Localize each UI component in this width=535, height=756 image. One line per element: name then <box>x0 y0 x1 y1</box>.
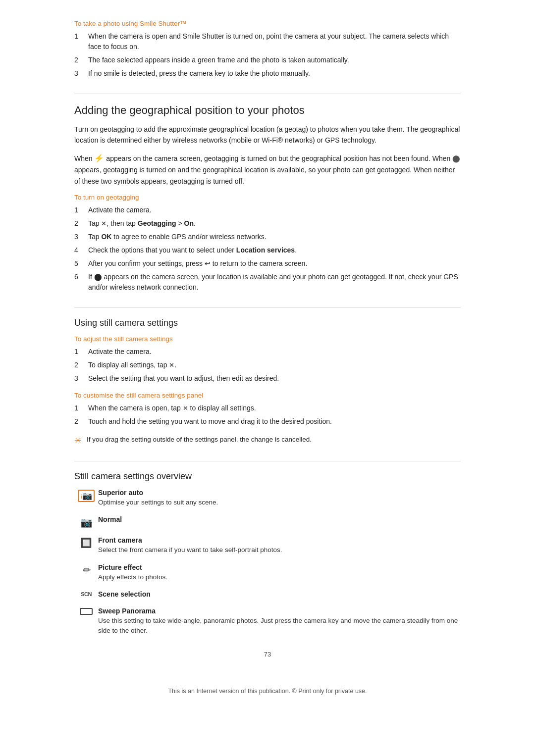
setting-title: Scene selection <box>98 590 461 598</box>
list-item: 3 Tap OK to agree to enable GPS and/or w… <box>74 232 461 242</box>
list-item: 1 When the camera is open and Smile Shut… <box>74 31 461 52</box>
setting-title: Front camera <box>98 536 461 544</box>
customise-steps-list: 1 When the camera is open, tap ✕ to disp… <box>74 403 461 427</box>
settings-text-scene-selection: Scene selection <box>98 590 461 599</box>
camera-icon: 📷 <box>74 515 98 528</box>
page-content: To take a photo using Smile Shutter™ 1 W… <box>74 20 461 695</box>
list-item: 6 If ⬤ appears on the camera screen, you… <box>74 272 461 293</box>
adjust-heading: To adjust the still camera settings <box>74 335 461 343</box>
still-main-heading: Using still camera settings <box>74 307 461 328</box>
settings-row-sweep-panorama: Sweep Panorama Use this setting to take … <box>74 607 461 636</box>
settings-text-front-camera: Front camera Select the front camera if … <box>98 536 461 555</box>
settings-text-normal: Normal <box>98 515 461 524</box>
overview-section: Still camera settings overview i📷 Superi… <box>74 461 461 636</box>
list-item: 2 Touch and hold the setting you want to… <box>74 416 461 427</box>
front-camera-icon: 🔲 <box>74 536 98 549</box>
geo-body2: When ⚡ appears on the camera screen, geo… <box>74 152 461 187</box>
list-item: 1 Activate the camera. <box>74 205 461 215</box>
page-footer: This is an Internet version of this publ… <box>74 688 461 695</box>
settings-text-sweep-panorama: Sweep Panorama Use this setting to take … <box>98 607 461 636</box>
smile-shutter-section: To take a photo using Smile Shutter™ 1 W… <box>74 20 461 79</box>
tip-box: ✳ If you drag the setting outside of the… <box>74 435 461 446</box>
setting-desc: Use this setting to take wide-angle, pan… <box>98 616 461 636</box>
settings-row-front-camera: 🔲 Front camera Select the front camera i… <box>74 536 461 555</box>
smile-steps-list: 1 When the camera is open and Smile Shut… <box>74 31 461 79</box>
geo-section: Adding the geographical position to your… <box>74 94 461 293</box>
geo-main-heading: Adding the geographical position to your… <box>74 94 461 117</box>
geo-body1: Turn on geotagging to add the approximat… <box>74 124 461 146</box>
panorama-icon <box>74 607 98 615</box>
list-item: 2 The face selected appears inside a gre… <box>74 55 461 65</box>
list-item: 5 After you confirm your settings, press… <box>74 258 461 269</box>
list-item: 3 If no smile is detected, press the cam… <box>74 68 461 79</box>
settings-text-superior-auto: Superior auto Optimise your settings to … <box>98 489 461 507</box>
customise-heading: To customise the still camera settings p… <box>74 392 461 399</box>
settings-row-normal: 📷 Normal <box>74 515 461 528</box>
page-number: 73 <box>74 651 461 658</box>
setting-desc: Apply effects to photos. <box>98 572 461 582</box>
list-item: 4 Check the options that you want to sel… <box>74 245 461 255</box>
tip-text: If you drag the setting outside of the s… <box>87 435 312 445</box>
still-camera-section: Using still camera settings To adjust th… <box>74 307 461 446</box>
setting-title: Picture effect <box>98 563 461 571</box>
setting-title: Superior auto <box>98 489 461 497</box>
settings-row-scene-selection: SCN Scene selection <box>74 590 461 599</box>
tip-icon: ✳ <box>74 435 82 446</box>
superior-auto-icon: i📷 <box>74 489 98 502</box>
settings-text-picture-effect: Picture effect Apply effects to photos. <box>98 563 461 582</box>
settings-list: i📷 Superior auto Optimise your settings … <box>74 489 461 636</box>
settings-row-superior-auto: i📷 Superior auto Optimise your settings … <box>74 489 461 507</box>
list-item: 2 To display all settings, tap ✕. <box>74 360 461 370</box>
geo-steps-list: 1 Activate the camera. 2 Tap ✕, then tap… <box>74 205 461 293</box>
scn-icon: SCN <box>74 590 98 597</box>
setting-title: Normal <box>98 515 461 523</box>
settings-row-picture-effect: ✏ Picture effect Apply effects to photos… <box>74 563 461 582</box>
adjust-steps-list: 1 Activate the camera. 2 To display all … <box>74 347 461 384</box>
setting-desc: Optimise your settings to suit any scene… <box>98 498 461 507</box>
smile-shutter-heading: To take a photo using Smile Shutter™ <box>74 20 461 27</box>
geo-turn-on-heading: To turn on geotagging <box>74 194 461 201</box>
list-item: 1 Activate the camera. <box>74 347 461 357</box>
picture-effect-icon: ✏ <box>74 563 98 576</box>
list-item: 3 Select the setting that you want to ad… <box>74 373 461 384</box>
setting-desc: Select the front camera if you want to t… <box>98 545 461 555</box>
setting-title: Sweep Panorama <box>98 607 461 615</box>
list-item: 1 When the camera is open, tap ✕ to disp… <box>74 403 461 413</box>
list-item: 2 Tap ✕, then tap Geotagging > On. <box>74 218 461 229</box>
overview-heading: Still camera settings overview <box>74 461 461 482</box>
